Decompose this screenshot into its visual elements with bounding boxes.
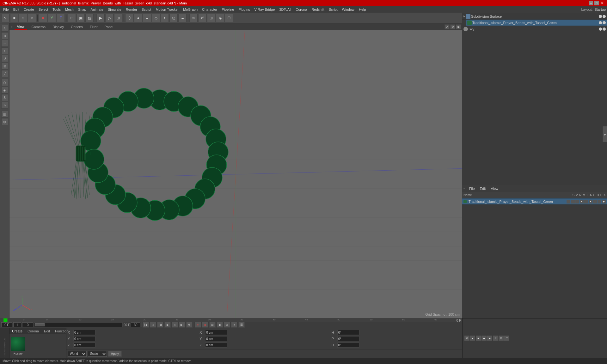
maximize-button[interactable]: □: [594, 1, 599, 5]
tool-lamp[interactable]: ☉: [225, 14, 233, 22]
vp-expand-btn[interactable]: ⤢: [445, 24, 450, 29]
attr-icon-2[interactable]: [571, 200, 575, 203]
menu-redshift[interactable]: Redshift: [310, 7, 326, 12]
obj-vis-beads[interactable]: [599, 21, 602, 24]
menu-corona[interactable]: Corona: [294, 7, 309, 12]
close-button[interactable]: ✕: [600, 1, 604, 5]
left-tool-4[interactable]: ↕: [1, 47, 8, 54]
obj-vis-subdiv[interactable]: [599, 15, 602, 18]
coord-scale-dropdown[interactable]: Scale Size: [88, 351, 107, 357]
vp-tab-options[interactable]: Options: [68, 24, 85, 29]
fps-step-input[interactable]: [13, 322, 21, 327]
current-frame-input[interactable]: [1, 322, 12, 327]
rb-icon-5[interactable]: ▶: [487, 336, 492, 341]
obj-vis-sky[interactable]: [599, 27, 602, 31]
menu-window[interactable]: Window: [340, 7, 356, 12]
menu-animate[interactable]: Animate: [89, 7, 105, 12]
coord-x-input[interactable]: [73, 330, 95, 335]
left-tool-3[interactable]: ↔: [1, 40, 8, 47]
tool-region[interactable]: ▨: [85, 14, 94, 22]
start-frame-display[interactable]: [22, 322, 33, 327]
tool-y[interactable]: Y: [48, 14, 56, 22]
attr-icon-9[interactable]: ▶: [602, 200, 606, 203]
obj-row-beads[interactable]: Traditional_Islamic_Prayer_Beads_with_Ta…: [466, 20, 607, 26]
menu-render[interactable]: Render: [124, 7, 139, 12]
tool-object[interactable]: ⊕: [19, 14, 27, 22]
left-tool-9[interactable]: ◈: [1, 87, 8, 94]
tool-light[interactable]: ✦: [161, 14, 169, 22]
rb-icon-3[interactable]: ■: [476, 336, 481, 341]
left-tool-2[interactable]: ⊕: [1, 32, 8, 39]
left-tool-8[interactable]: ⬡: [1, 79, 8, 86]
attr-icon-3[interactable]: [575, 200, 579, 203]
rb-icon-2[interactable]: ●: [470, 336, 475, 341]
left-tool-12[interactable]: ▦: [1, 111, 8, 118]
tool-sphere[interactable]: ●: [134, 14, 142, 22]
menu-character[interactable]: Character: [200, 7, 219, 12]
right-vtab[interactable]: ▶: [603, 126, 607, 142]
vp-tab-display[interactable]: Display: [50, 24, 66, 29]
vp-lock-btn[interactable]: ⚙: [450, 24, 455, 29]
menu-sculpt[interactable]: Sculpt: [140, 7, 153, 12]
coord-size-y-input[interactable]: [205, 336, 227, 341]
rb-icon-6[interactable]: ↺: [493, 336, 498, 341]
mat-tab-edit[interactable]: Edit: [43, 329, 51, 333]
obj-render-subdiv[interactable]: [603, 15, 606, 18]
minimize-button[interactable]: ─: [589, 1, 593, 5]
vp-tab-view[interactable]: View: [15, 24, 27, 30]
obj-render-beads[interactable]: [603, 21, 606, 24]
frame-slider-handle[interactable]: [35, 323, 45, 326]
go-end-btn[interactable]: ▶|: [179, 322, 185, 328]
tool-scene[interactable]: ○: [28, 14, 36, 22]
attr-icon-6[interactable]: ■: [589, 200, 592, 203]
left-tool-6[interactable]: ⊞: [1, 63, 8, 70]
frame-slider[interactable]: [34, 322, 123, 327]
menu-motion[interactable]: Motion Tracker: [154, 7, 181, 12]
attr-icon-8[interactable]: [598, 200, 601, 203]
menu-plugins[interactable]: Plugins: [236, 7, 252, 12]
menu-select[interactable]: Select: [37, 7, 50, 12]
timeline-btn[interactable]: ≡: [231, 322, 237, 328]
mat-tab-create[interactable]: Create: [11, 329, 24, 333]
fps-display[interactable]: [131, 322, 140, 327]
menu-mograph[interactable]: MoGraph: [181, 7, 199, 12]
coord-b-input[interactable]: [337, 343, 359, 348]
coord-z-input[interactable]: [73, 343, 95, 348]
obj-row-subdiv[interactable]: ▶ Subdivision Surface: [462, 13, 607, 20]
play-btn[interactable]: ▶: [164, 322, 171, 328]
tool-camera[interactable]: ◎: [169, 14, 178, 22]
material-swatch-rosary[interactable]: [11, 337, 25, 351]
viewport[interactable]: Perspective: [9, 30, 462, 318]
left-tool-10[interactable]: S: [1, 94, 8, 101]
tool-render[interactable]: ▶: [96, 14, 105, 22]
menu-vray[interactable]: V-Ray Bridge: [253, 7, 277, 12]
attr-menu-view[interactable]: View: [490, 186, 500, 191]
tool-xpresso[interactable]: ≋: [189, 14, 198, 22]
tool-bend[interactable]: ↺: [198, 14, 206, 22]
menu-script[interactable]: Script: [327, 7, 340, 12]
obj-render-sky[interactable]: [603, 27, 606, 31]
attr-icon-1[interactable]: [567, 200, 570, 203]
menu-3dtall[interactable]: 3DToAll: [277, 7, 293, 12]
tool-render2[interactable]: ▷: [105, 14, 113, 22]
play-reverse-btn[interactable]: ◀: [157, 322, 163, 328]
attr-icon-4[interactable]: ■: [580, 200, 584, 203]
rb-icon-1[interactable]: ⊕: [464, 336, 469, 341]
menu-tools[interactable]: Tools: [51, 7, 63, 12]
tool-render3[interactable]: ⊞: [114, 14, 122, 22]
menu-simulate[interactable]: Simulate: [106, 7, 123, 12]
go-start-btn[interactable]: |◀: [143, 322, 149, 328]
tool-z[interactable]: Z: [57, 14, 65, 22]
menu-edit[interactable]: Edit: [11, 7, 21, 12]
tool-frame[interactable]: ▣: [77, 14, 85, 22]
coord-apply-button[interactable]: Apply: [108, 351, 122, 357]
coord-y-input[interactable]: [73, 336, 95, 341]
keyframe-btn[interactable]: ◆: [217, 322, 223, 328]
dope-btn[interactable]: ☰: [238, 322, 245, 328]
tool-sky[interactable]: ☁: [178, 14, 187, 22]
attr-menu-file[interactable]: File: [468, 186, 476, 191]
loop-btn[interactable]: ↺: [186, 322, 193, 328]
menu-snap[interactable]: Snap: [76, 7, 88, 12]
material-item-rosary[interactable]: Rosary: [11, 337, 25, 355]
menu-mesh[interactable]: Mesh: [63, 7, 76, 12]
